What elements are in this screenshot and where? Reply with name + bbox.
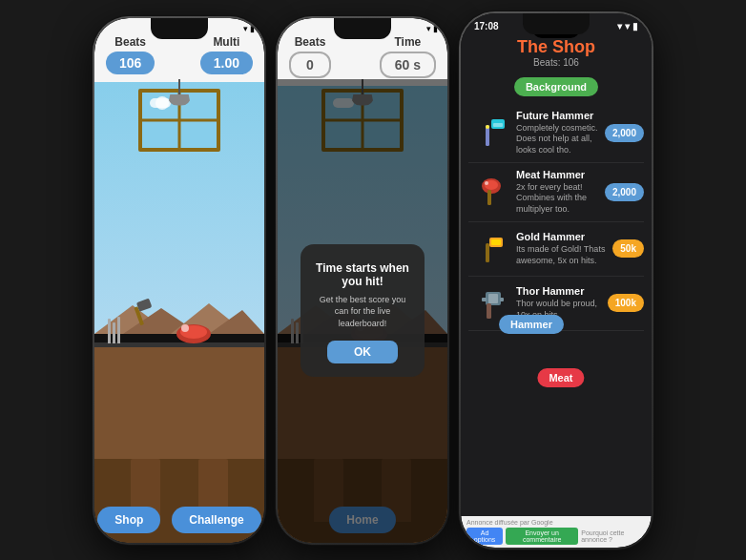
ad-comment-button[interactable]: Envoyer un commentaire [506,528,578,545]
time-value: 60 s [380,52,436,78]
notch-1 [151,18,208,39]
knife-2 [113,322,115,343]
svg-rect-17 [493,123,503,127]
svg-rect-26 [486,243,489,262]
phone-3-screen: 17:08 ▾ ▾ ▮ The Shop Beats: 106 [461,13,652,548]
beats2-value: 0 [289,52,331,78]
shop-status-icons: ▾ ▾ ▮ [617,21,638,31]
phone-2: Beats 0 17:09 ▾ ▮ Time 60 s [278,18,447,543]
shop-header: The Shop Beats: 106 [461,35,652,73]
phone-2-inner: Beats 0 17:09 ▾ ▮ Time 60 s [278,18,447,543]
multi-value: 1.00 [200,52,253,74]
svg-point-6 [181,324,189,332]
svg-point-22 [485,181,488,185]
gold-hammer-name: Gold Hammer [516,231,607,242]
battery3-icon: ▮ [632,21,638,31]
modal-box: Time starts when you hit! Get the best s… [300,244,425,378]
lamp [168,79,191,106]
shop-title: The Shop [461,37,652,57]
svg-rect-31 [500,298,504,301]
shop-items-list: Future Hammer Completely cosmetic. Does … [461,104,652,516]
phone2-status-icons: ▾ ▮ [426,24,438,33]
knife-3 [117,317,120,343]
ad-buttons: Ad options Envoyer un commentaire Pourqu… [466,528,646,545]
tab-hammer[interactable]: Hammer [499,315,564,334]
svg-rect-30 [482,298,487,301]
phone-1: Beats 106 17:08 ▾ ▮ Multi 1.00 [94,18,264,543]
time-group: Time 60 s [380,35,436,78]
future-hammer-desc: Completely cosmetic. Does not help at al… [516,123,599,156]
game-buttons: Shop Challenge [94,507,264,533]
beats-value: 106 [106,52,155,74]
future-hammer-name: Future Hammer [516,110,599,121]
ad-bar: Annonce diffusée par Google Ad options E… [461,516,652,548]
meat-hammer-price[interactable]: 2,000 [605,183,644,201]
meat-hammer-desc: 2x for every beat! Combines with the mul… [516,182,599,216]
future-hammer-info: Future Hammer Completely cosmetic. Does … [516,110,599,156]
knives [108,317,120,343]
counter-line [94,342,264,347]
shop-screen: 17:08 ▾ ▾ ▮ The Shop Beats: 106 [461,13,652,548]
tab-background[interactable]: Background [514,77,598,96]
game-scene-1 [94,79,264,543]
shop-item-gold-hammer: Gold Hammer Its made of Gold! Thats awes… [468,222,644,277]
beats2-group: Beats 0 [289,35,331,78]
svg-rect-7 [136,299,153,312]
beats-label: Beats [114,35,146,49]
notch-2 [334,18,391,39]
gold-hammer-price[interactable]: 50k [612,239,644,258]
gold-hammer-svg [470,230,508,268]
phone-2-screen: Beats 0 17:09 ▾ ▮ Time 60 s [278,18,447,543]
lamp-shade [168,94,191,106]
signal3-icon: ▾ [625,21,630,31]
ad-label: Annonce diffusée par Google [466,519,553,526]
meat-hammer-svg [470,173,508,211]
gold-hammer-icon [468,228,510,270]
screens-container: Beats 106 17:08 ▾ ▮ Multi 1.00 [83,2,663,559]
time-label: Time [394,35,421,49]
lamp-wire [178,79,180,94]
phone-1-inner: Beats 106 17:08 ▾ ▮ Multi 1.00 [94,18,264,543]
phone-3-frame: 17:08 ▾ ▾ ▮ The Shop Beats: 106 [459,11,653,550]
svg-rect-29 [487,303,491,319]
wifi3-icon: ▾ [617,21,622,31]
svg-rect-25 [491,239,501,245]
shop-time: 17:08 [474,21,499,31]
shop-item-meat-hammer: Meat Hammer 2x for every beat! Combines … [468,163,644,222]
shop-item-future-hammer: Future Hammer Completely cosmetic. Does … [468,104,644,163]
svg-rect-28 [488,294,498,303]
meat-hammer-name: Meat Hammer [516,169,599,180]
modal-text: Get the best score you can for the live … [316,294,409,330]
wifi-icon: ▾ [243,24,248,33]
battery-icon: ▮ [250,24,255,33]
shop-subtitle: Beats: 106 [461,57,652,68]
modal-overlay: Time starts when you hit! Get the best s… [278,79,447,543]
game-scene-2: Time starts when you hit! Get the best s… [278,79,447,543]
beats-group: Beats 106 [106,35,155,74]
shop-button[interactable]: Shop [97,507,160,533]
challenge-button[interactable]: Challenge [172,507,260,533]
phone-1-screen: Beats 106 17:08 ▾ ▮ Multi 1.00 [94,18,264,543]
future-hammer-price[interactable]: 2,000 [605,124,644,142]
future-hammer-svg [470,114,508,152]
phone-3: 17:08 ▾ ▾ ▮ The Shop Beats: 106 [461,13,652,548]
ad-why-link[interactable]: Pourquoi cette annonce ? [581,529,646,543]
wifi2-icon: ▾ [426,24,431,33]
phone-2-frame: Beats 0 17:09 ▾ ▮ Time 60 s [276,16,449,545]
gold-hammer-info: Gold Hammer Its made of Gold! Thats awes… [516,231,607,266]
meat-hammer-info: Meat Hammer 2x for every beat! Combines … [516,169,599,216]
svg-point-19 [486,125,489,129]
phone1-status-icons: ▾ ▮ [243,24,255,33]
cloud-2 [155,96,169,110]
tab-meat[interactable]: Meat [537,368,584,387]
thor-hammer-price[interactable]: 100k [608,294,644,312]
multi-group: Multi 1.00 [200,35,253,74]
thor-hammer-name: Thor Hammer [516,285,602,297]
knife-1 [108,319,111,343]
shop-tabs: Hammer Meat Background [461,73,652,104]
ad-options-button[interactable]: Ad options [466,528,503,545]
meat-counter [176,319,212,343]
svg-rect-23 [487,190,491,205]
future-hammer-icon [468,112,510,154]
modal-ok-button[interactable]: OK [327,341,398,363]
